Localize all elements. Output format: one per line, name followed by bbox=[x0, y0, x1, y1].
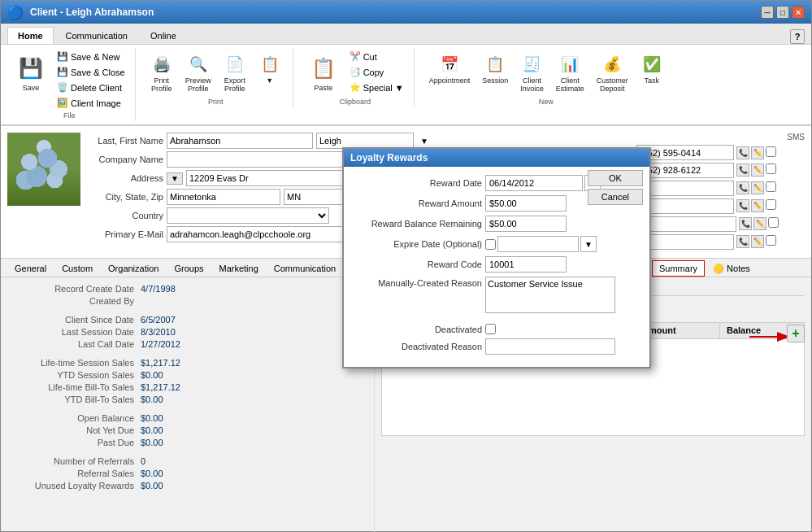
lifetime-bill-value: $1,217.12 bbox=[141, 382, 180, 392]
close-button[interactable]: ✕ bbox=[792, 6, 805, 19]
pager-edit[interactable]: ✏️ bbox=[751, 235, 764, 248]
client-image-button[interactable]: 🖼️ Client Image bbox=[54, 96, 128, 110]
work-phone-sms[interactable] bbox=[766, 164, 776, 174]
ytd-session-row: YTD Session Sales $0.00 bbox=[11, 370, 364, 380]
customer-deposit-button[interactable]: 💰 CustomerDeposit bbox=[592, 50, 633, 96]
client-since-value: 6/5/2007 bbox=[141, 315, 176, 325]
tab-communication[interactable]: Communication bbox=[267, 260, 343, 277]
expire-date-field: ▼ bbox=[485, 236, 597, 252]
main-window: 🔵 Client - Leigh Abrahamson ─ □ ✕ Home C… bbox=[0, 0, 812, 532]
extra-print-button[interactable]: 📋 ▼ bbox=[254, 50, 286, 88]
name-dropdown-icon[interactable]: ▼ bbox=[420, 137, 428, 146]
tab-custom[interactable]: Custom bbox=[54, 260, 100, 277]
pager-dial[interactable]: 📞 bbox=[736, 235, 749, 248]
expire-date-check[interactable] bbox=[485, 239, 496, 250]
home-fax-sms[interactable] bbox=[768, 217, 779, 228]
minimize-button[interactable]: ─ bbox=[761, 6, 774, 19]
reward-date-label: Reward Date bbox=[352, 178, 482, 188]
country-select[interactable] bbox=[167, 207, 329, 224]
reward-amount-input[interactable] bbox=[485, 195, 567, 211]
save-icon: 💾 bbox=[16, 54, 46, 83]
cell-dial[interactable]: 📞 bbox=[736, 181, 749, 194]
expire-date-picker[interactable]: ▼ bbox=[580, 236, 597, 252]
main-phone-edit[interactable]: ✏️ bbox=[751, 146, 764, 159]
client-estimate-button[interactable]: 📊 ClientEstimate bbox=[551, 50, 589, 96]
tab-general[interactable]: General bbox=[7, 260, 54, 277]
city-input[interactable] bbox=[167, 189, 280, 205]
cut-button[interactable]: ✂️ Cut bbox=[346, 50, 407, 63]
expire-date-input[interactable] bbox=[497, 236, 579, 252]
export-profile-button[interactable]: 📄 ExportProfile bbox=[219, 50, 251, 96]
work-fax-sms[interactable] bbox=[766, 199, 776, 210]
last-name-input[interactable] bbox=[167, 133, 313, 149]
tab-home[interactable]: Home bbox=[7, 27, 54, 44]
email-input[interactable] bbox=[167, 226, 362, 242]
work-fax-input[interactable] bbox=[636, 198, 734, 214]
manually-created-row: Manually-Created Reason Customer Service… bbox=[352, 277, 641, 313]
main-phone-sms[interactable] bbox=[766, 146, 776, 157]
created-by-label: Created By bbox=[11, 296, 141, 306]
cell-sms[interactable] bbox=[766, 181, 776, 192]
reward-code-input[interactable] bbox=[485, 256, 567, 273]
home-fax-dial[interactable]: 📞 bbox=[739, 217, 752, 230]
save-close-button[interactable]: 💾 Save & New bbox=[54, 50, 128, 63]
work-fax-dial[interactable]: 📞 bbox=[736, 199, 749, 212]
deactivated-reason-label: Deactivated Reason bbox=[352, 342, 482, 351]
manually-created-input[interactable]: Customer Service Issue bbox=[485, 277, 615, 313]
work-phone-edit[interactable]: ✏️ bbox=[751, 164, 764, 177]
paste-button[interactable]: 📋 Paste bbox=[303, 50, 344, 96]
pager-sms[interactable] bbox=[766, 235, 776, 246]
first-name-input[interactable] bbox=[316, 133, 414, 149]
ribbon-group-print: 🖨️ PrintProfile 🔍 PreviewProfile 📄 Expor… bbox=[139, 48, 293, 107]
tab-online[interactable]: Online bbox=[140, 27, 187, 44]
tab-communication[interactable]: Communication bbox=[55, 27, 138, 44]
tab-summary[interactable]: Summary bbox=[652, 260, 705, 277]
special-button[interactable]: ⭐ Special ▼ bbox=[346, 81, 407, 94]
maximize-button[interactable]: □ bbox=[776, 6, 789, 19]
address-label: Address bbox=[90, 173, 163, 183]
ok-button[interactable]: OK bbox=[588, 170, 643, 186]
delete-icon: 🗑️ bbox=[57, 82, 68, 93]
tab-notes[interactable]: 🟡 Notes bbox=[706, 260, 758, 277]
preview-profile-button[interactable]: 🔍 PreviewProfile bbox=[180, 50, 216, 96]
paste-icon: 📋 bbox=[309, 54, 338, 83]
ribbon-clipboard-items: 📋 Paste ✂️ Cut 📑 Copy ⭐ Special bbox=[303, 50, 407, 96]
help-button[interactable]: ? bbox=[790, 29, 805, 44]
copy-button[interactable]: 📑 Copy bbox=[346, 65, 407, 79]
client-invoice-button[interactable]: 🧾 ClientInvoice bbox=[515, 50, 549, 96]
lifetime-session-value: $1,217.12 bbox=[141, 358, 180, 368]
session-button[interactable]: 📋 Session bbox=[477, 50, 513, 88]
ytd-bill-value: $0.00 bbox=[141, 395, 163, 404]
tab-organization[interactable]: Organization bbox=[101, 260, 166, 277]
print-profile-button[interactable]: 🖨️ PrintProfile bbox=[145, 50, 178, 96]
cut-icon: ✂️ bbox=[350, 51, 361, 62]
main-phone-input[interactable] bbox=[636, 145, 734, 160]
cancel-button[interactable]: Cancel bbox=[588, 189, 643, 205]
deactivated-reason-input[interactable] bbox=[485, 338, 615, 355]
reward-date-input[interactable] bbox=[485, 175, 583, 191]
save-button[interactable]: 💾 Save bbox=[11, 50, 51, 96]
appointment-button[interactable]: 📅 Appointment bbox=[424, 50, 475, 88]
pager-input[interactable] bbox=[636, 234, 734, 250]
task-button[interactable]: ✅ Task bbox=[636, 50, 668, 88]
cell-edit[interactable]: ✏️ bbox=[751, 181, 764, 194]
reward-balance-input[interactable] bbox=[485, 216, 567, 232]
session-icon: 📋 bbox=[484, 53, 506, 76]
address-dropdown-button[interactable]: ▼ bbox=[167, 172, 183, 185]
work-phone-input[interactable] bbox=[636, 163, 734, 178]
main-phone-dial[interactable]: 📞 bbox=[736, 146, 749, 159]
save-close-button2[interactable]: 💾 Save & Close bbox=[54, 65, 128, 79]
work-fax-edit[interactable]: ✏️ bbox=[751, 199, 764, 212]
work-phone-dial[interactable]: 📞 bbox=[736, 164, 749, 177]
cell-input[interactable] bbox=[636, 181, 734, 196]
deactivated-check[interactable] bbox=[485, 324, 496, 334]
state-input[interactable] bbox=[284, 189, 349, 205]
delete-client-button[interactable]: 🗑️ Delete Client bbox=[54, 81, 128, 94]
add-loyalty-button[interactable]: + bbox=[787, 325, 805, 342]
home-fax-input[interactable] bbox=[639, 216, 736, 232]
last-name-label: Last, First Name bbox=[90, 136, 163, 146]
tab-groups[interactable]: Groups bbox=[167, 260, 211, 277]
tab-marketing[interactable]: Marketing bbox=[212, 260, 266, 277]
home-fax-edit[interactable]: ✏️ bbox=[753, 217, 766, 230]
deactivated-label: Deactivated bbox=[352, 325, 482, 334]
